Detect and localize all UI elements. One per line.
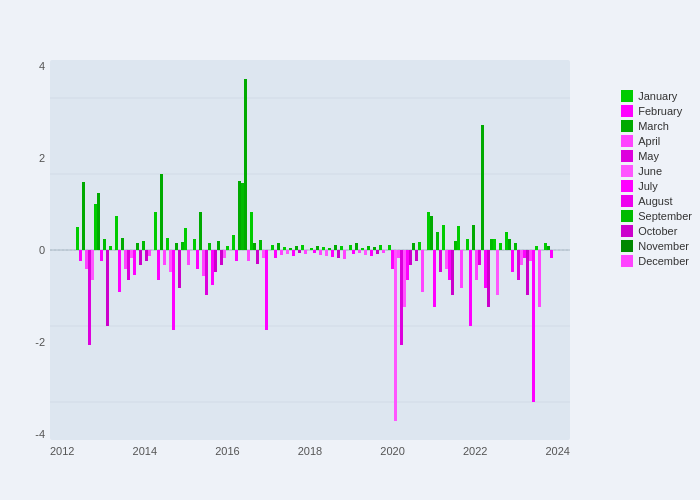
svg-rect-32	[160, 174, 163, 250]
svg-rect-41	[187, 250, 190, 265]
x-label-2014: 2014	[133, 445, 157, 457]
svg-rect-49	[214, 250, 217, 272]
legend-label-october: October	[638, 225, 677, 237]
legend-label-march: March	[638, 120, 669, 132]
svg-rect-103	[391, 250, 394, 269]
svg-rect-104	[394, 250, 397, 421]
svg-rect-42	[193, 239, 196, 250]
svg-rect-95	[364, 250, 367, 255]
legend-color-november	[621, 240, 633, 252]
svg-rect-151	[547, 246, 550, 250]
svg-rect-145	[526, 250, 529, 295]
svg-rect-56	[238, 181, 241, 250]
svg-rect-53	[226, 246, 229, 250]
svg-rect-30	[154, 212, 157, 250]
svg-rect-121	[448, 250, 451, 280]
svg-rect-111	[415, 250, 418, 261]
svg-rect-83	[325, 250, 328, 256]
legend-color-march	[621, 120, 633, 132]
legend-label-december: December	[638, 255, 689, 267]
svg-rect-105	[397, 250, 400, 258]
svg-rect-123	[454, 241, 457, 250]
svg-rect-78	[310, 248, 313, 250]
svg-rect-131	[481, 125, 484, 250]
svg-rect-149	[538, 250, 541, 307]
legend-item-march: March	[621, 120, 692, 132]
svg-rect-141	[514, 243, 517, 250]
svg-rect-11	[91, 250, 94, 280]
y-label-2: 2	[10, 152, 45, 164]
svg-rect-65	[265, 250, 268, 330]
svg-rect-64	[262, 250, 265, 258]
legend-color-august	[621, 195, 633, 207]
svg-rect-74	[295, 246, 298, 250]
svg-rect-85	[331, 250, 334, 257]
svg-rect-76	[301, 245, 304, 250]
svg-rect-96	[367, 246, 370, 250]
svg-rect-47	[208, 243, 211, 250]
svg-rect-10	[88, 250, 91, 345]
chart-svg	[50, 60, 570, 440]
svg-rect-130	[478, 250, 481, 265]
legend-item-december: December	[621, 255, 692, 267]
legend-item-september: September	[621, 210, 692, 222]
legend-item-may: May	[621, 150, 692, 162]
svg-rect-101	[382, 250, 385, 253]
svg-rect-69	[280, 250, 283, 255]
svg-rect-54	[232, 235, 235, 250]
svg-rect-115	[430, 216, 433, 250]
svg-rect-80	[316, 246, 319, 250]
svg-rect-48	[211, 250, 214, 285]
svg-rect-71	[286, 250, 289, 254]
svg-rect-117	[436, 232, 439, 250]
svg-rect-46	[205, 250, 208, 295]
svg-rect-50	[217, 241, 220, 250]
svg-rect-122	[451, 250, 454, 295]
legend-label-may: May	[638, 150, 659, 162]
svg-rect-20	[121, 238, 124, 250]
svg-rect-142	[517, 250, 520, 280]
legend-label-july: July	[638, 180, 658, 192]
y-label-0: 0	[10, 244, 45, 256]
legend-item-august: August	[621, 195, 692, 207]
svg-rect-120	[445, 250, 448, 269]
svg-rect-63	[259, 240, 262, 250]
svg-rect-51	[220, 250, 223, 265]
chart-legend: January February March April May June Ju…	[621, 90, 692, 267]
svg-rect-87	[337, 250, 340, 258]
svg-rect-14	[100, 250, 103, 261]
legend-item-january: January	[621, 90, 692, 102]
svg-rect-89	[343, 250, 346, 259]
svg-rect-152	[550, 250, 553, 258]
svg-rect-33	[163, 250, 166, 265]
svg-rect-26	[139, 250, 142, 265]
svg-rect-7	[79, 250, 82, 261]
legend-item-june: June	[621, 165, 692, 177]
x-label-2020: 2020	[380, 445, 404, 457]
legend-color-october	[621, 225, 633, 237]
svg-rect-45	[202, 250, 205, 276]
svg-rect-97	[370, 250, 373, 256]
svg-rect-91	[352, 250, 355, 254]
legend-label-february: February	[638, 105, 682, 117]
legend-label-august: August	[638, 195, 672, 207]
legend-item-february: February	[621, 105, 692, 117]
svg-rect-52	[223, 250, 226, 258]
svg-rect-125	[460, 250, 463, 288]
svg-rect-99	[376, 250, 379, 254]
svg-rect-27	[142, 241, 145, 250]
chart-area	[50, 60, 570, 440]
svg-rect-31	[157, 250, 160, 280]
svg-rect-61	[253, 243, 256, 250]
x-label-2022: 2022	[463, 445, 487, 457]
svg-rect-150	[544, 243, 547, 250]
legend-label-april: April	[638, 135, 660, 147]
svg-rect-79	[313, 250, 316, 253]
svg-rect-134	[490, 239, 493, 250]
svg-rect-129	[475, 250, 478, 280]
svg-rect-22	[127, 250, 130, 280]
legend-item-november: November	[621, 240, 692, 252]
svg-rect-28	[145, 250, 148, 261]
svg-rect-139	[508, 239, 511, 250]
svg-rect-60	[250, 212, 253, 250]
